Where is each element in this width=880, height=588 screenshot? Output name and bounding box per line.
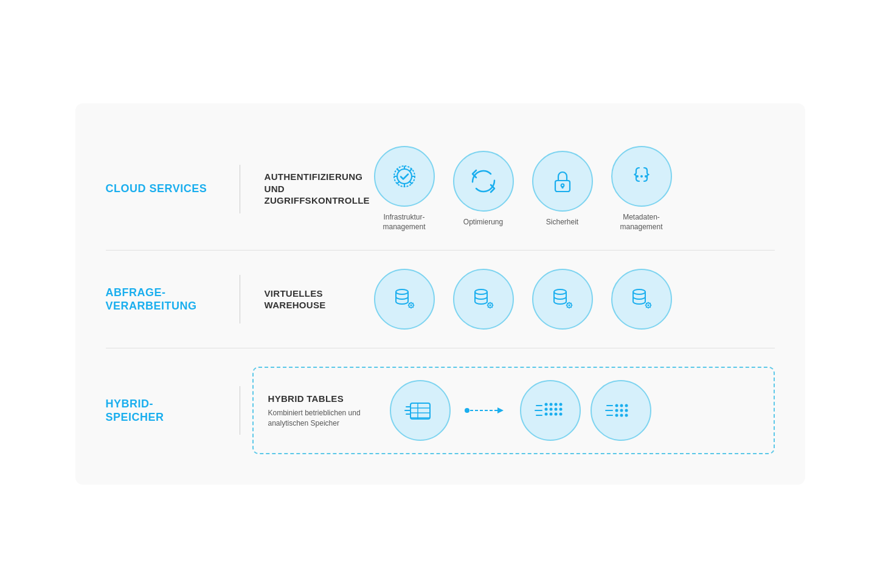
svg-point-43	[544, 413, 547, 416]
svg-point-51	[620, 404, 623, 407]
svg-point-35	[544, 403, 547, 406]
label-hybrid: HYBRID- SPEICHER	[106, 397, 227, 424]
svg-point-55	[625, 409, 628, 412]
icon-item-ht1	[390, 380, 451, 441]
svg-point-57	[620, 414, 623, 417]
title-auth-text: AUTHENTIFIZIERUNG UND ZUGRIFFSKONTROLLE	[265, 171, 362, 207]
circle-wh3	[532, 269, 593, 330]
label-optim: Optimierung	[463, 218, 503, 227]
icon-item-meta: Metadaten-management	[611, 146, 672, 232]
circle-meta	[611, 146, 672, 207]
svg-point-8	[645, 175, 647, 178]
svg-point-41	[554, 408, 557, 411]
hybrid-dashed-box: HYBRID TABLES Kombiniert betrieblichen u…	[252, 367, 775, 454]
diagram-wrapper: CLOUD SERVICES AUTHENTIFIZIERUNG UND ZUG…	[75, 103, 805, 485]
title-warehouse: VIRTUELLES WAREHOUSE	[252, 288, 374, 311]
circle-wh2	[453, 269, 514, 330]
icon-item-wh4	[611, 269, 672, 330]
svg-point-46	[559, 413, 562, 416]
icons-hybrid	[390, 380, 759, 441]
circle-optim	[453, 151, 514, 212]
icon-item-sicher: 0 Sicherheit	[532, 151, 593, 227]
row-cloud-services: CLOUD SERVICES AUTHENTIFIZIERUNG UND ZUG…	[106, 128, 775, 251]
svg-marker-31	[497, 407, 504, 413]
svg-point-45	[554, 413, 557, 416]
svg-point-44	[549, 413, 552, 416]
icons-cloud: Infrastruktur-management Optimierung	[374, 146, 775, 232]
svg-point-52	[625, 404, 628, 407]
svg-point-50	[615, 404, 618, 407]
circle-ht1	[390, 380, 451, 441]
svg-point-15	[554, 289, 566, 294]
icons-warehouse	[374, 269, 775, 330]
icon-item-ht4	[591, 380, 651, 441]
circle-wh1	[374, 269, 435, 330]
icon-item-optim: Optimierung	[453, 151, 514, 227]
svg-point-36	[549, 403, 552, 406]
icon-item-infra: Infrastruktur-management	[374, 146, 435, 232]
svg-point-20	[647, 305, 649, 306]
circle-ht4	[591, 380, 651, 441]
svg-point-7	[640, 175, 643, 178]
svg-point-58	[625, 414, 628, 417]
label-sicher: Sicherheit	[546, 218, 578, 227]
col-separator-2	[240, 275, 240, 323]
hybrid-tables-subtitle: Kombiniert betrieblichen und analytische…	[268, 408, 378, 429]
svg-point-14	[489, 305, 491, 306]
arrow-connector	[464, 404, 507, 417]
label-infra: Infrastruktur-management	[383, 213, 425, 232]
svg-point-12	[475, 289, 487, 294]
circle-ht3	[520, 380, 581, 441]
hybrid-tables-title: HYBRID TABLES	[268, 393, 378, 405]
svg-point-29	[465, 408, 469, 413]
circle-infra	[374, 146, 435, 207]
row-hybrid: HYBRID- SPEICHER HYBRID TABLES Kombinier…	[106, 348, 775, 460]
svg-rect-21	[411, 403, 430, 419]
svg-point-38	[559, 403, 562, 406]
svg-point-42	[559, 408, 562, 411]
svg-point-9	[396, 289, 408, 294]
svg-point-39	[544, 408, 547, 411]
col-separator-1	[240, 165, 240, 213]
col-separator-3	[240, 386, 240, 435]
circle-wh4	[611, 269, 672, 330]
row-abfrage: ABFRAGE- VERARBEITUNG VIRTUELLES WAREHOU…	[106, 251, 775, 348]
svg-point-54	[620, 409, 623, 412]
svg-point-37	[554, 403, 557, 406]
circle-sicher: 0	[532, 151, 593, 212]
icon-item-wh2	[453, 269, 514, 330]
svg-point-11	[410, 305, 412, 306]
icon-item-ht3	[520, 380, 581, 441]
svg-text:0: 0	[561, 183, 564, 187]
title-auth: AUTHENTIFIZIERUNG UND ZUGRIFFSKONTROLLE	[252, 171, 374, 207]
label-meta: Metadaten-management	[620, 213, 662, 232]
label-cloud-services: CLOUD SERVICES	[106, 182, 227, 196]
icon-item-wh3	[532, 269, 593, 330]
title-warehouse-text: VIRTUELLES WAREHOUSE	[265, 288, 362, 311]
icon-item-wh1	[374, 269, 435, 330]
svg-point-6	[636, 175, 639, 178]
svg-point-53	[615, 409, 618, 412]
svg-point-40	[549, 408, 552, 411]
label-abfrage: ABFRAGE- VERARBEITUNG	[106, 286, 227, 313]
hybrid-title-block: HYBRID TABLES Kombiniert betrieblichen u…	[268, 393, 390, 429]
svg-point-17	[568, 305, 570, 306]
svg-point-56	[615, 414, 618, 417]
svg-point-18	[633, 289, 645, 294]
